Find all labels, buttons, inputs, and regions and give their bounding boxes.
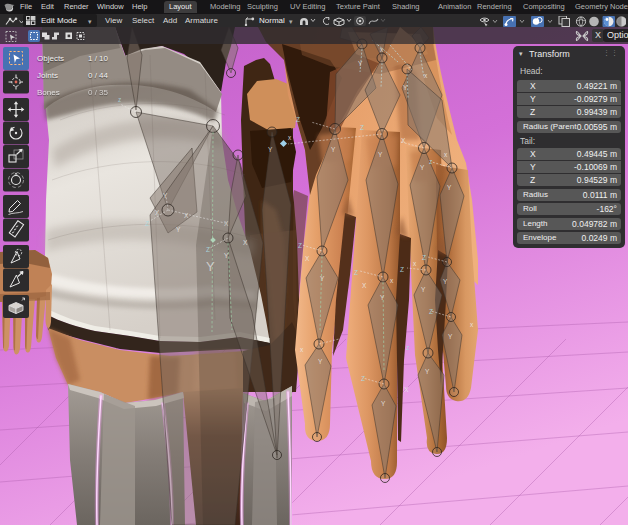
svg-text:Y: Y — [176, 226, 181, 233]
svg-text:z: z — [429, 158, 432, 165]
svg-text:Z: Z — [429, 308, 433, 315]
svg-text:Z: Z — [298, 242, 302, 249]
svg-text:X: X — [362, 282, 367, 289]
svg-text:Z: Z — [360, 124, 364, 131]
svg-text:Y: Y — [420, 164, 425, 171]
svg-text:Y: Y — [331, 146, 336, 153]
svg-text:Y: Y — [443, 278, 448, 285]
svg-text:Z: Z — [145, 220, 149, 227]
svg-text:X: X — [243, 239, 248, 246]
svg-text:X: X — [224, 220, 229, 227]
svg-text:Z: Z — [354, 269, 358, 276]
svg-text:Z: Z — [296, 116, 300, 123]
svg-text:Y: Y — [448, 333, 453, 340]
svg-text:Y: Y — [206, 259, 215, 274]
svg-text:X: X — [404, 386, 409, 393]
svg-text:Y: Y — [421, 286, 426, 293]
svg-text:Y: Y — [163, 192, 168, 199]
svg-text:Y: Y — [380, 294, 385, 301]
svg-text:z: z — [118, 96, 121, 103]
svg-text:Y: Y — [425, 368, 430, 375]
svg-text:Y: Y — [318, 358, 323, 365]
svg-text:Y: Y — [268, 146, 273, 153]
svg-text:Z: Z — [206, 246, 210, 253]
svg-text:Z: Z — [400, 266, 404, 273]
svg-text:X: X — [305, 255, 310, 262]
svg-text:Y: Y — [403, 84, 408, 91]
svg-text:Y: Y — [378, 151, 383, 158]
svg-text:X: X — [184, 212, 189, 219]
svg-text:Y: Y — [358, 60, 363, 67]
svg-text:Y: Y — [381, 400, 386, 407]
svg-text:X: X — [401, 137, 406, 144]
svg-text:z: z — [406, 344, 409, 351]
svg-text:X: X — [155, 209, 160, 216]
svg-text:Z: Z — [361, 375, 365, 382]
svg-text:Y: Y — [224, 252, 229, 259]
svg-text:Z: Z — [422, 254, 426, 261]
svg-text:Y: Y — [447, 184, 452, 191]
svg-text:Y: Y — [320, 275, 325, 282]
